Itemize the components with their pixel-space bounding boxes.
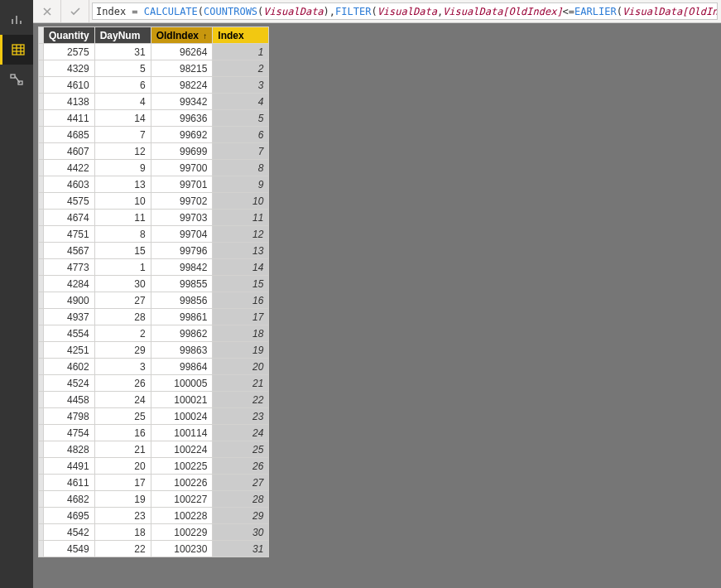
table-row[interactable]: 460313997019 [39,176,269,193]
cell-quantity[interactable]: 4251 [44,342,95,359]
cell-oldindex[interactable]: 99861 [151,309,213,325]
cell-daynum[interactable]: 6 [94,77,151,94]
cell-quantity[interactable]: 4798 [44,408,95,425]
cell-quantity[interactable]: 4603 [44,176,95,193]
cell-daynum[interactable]: 5 [94,60,151,77]
cell-quantity[interactable]: 4549 [44,541,95,557]
cell-index[interactable]: 16 [213,292,269,309]
cell-quantity[interactable]: 4458 [44,392,95,408]
cell-oldindex[interactable]: 99699 [151,143,213,160]
cell-oldindex[interactable]: 99692 [151,127,213,143]
cell-quantity[interactable]: 4685 [44,127,95,143]
cell-quantity[interactable]: 4491 [44,458,95,475]
cell-oldindex[interactable]: 100230 [151,541,213,557]
cell-oldindex[interactable]: 100024 [151,408,213,425]
cell-daynum[interactable]: 23 [94,508,151,524]
cell-oldindex[interactable]: 99702 [151,193,213,210]
cell-index[interactable]: 15 [213,276,269,292]
cell-quantity[interactable]: 4575 [44,193,95,210]
cell-daynum[interactable]: 21 [94,441,151,458]
cell-index[interactable]: 9 [213,176,269,193]
column-header-quantity[interactable]: Quantity [44,27,95,44]
cell-quantity[interactable]: 4422 [44,160,95,176]
cell-oldindex[interactable]: 99863 [151,342,213,359]
cell-daynum[interactable]: 8 [94,226,151,243]
cell-index[interactable]: 29 [213,508,269,524]
cell-oldindex[interactable]: 98224 [151,77,213,94]
table-row[interactable]: 46952310022829 [39,508,269,524]
cell-daynum[interactable]: 26 [94,375,151,392]
cell-oldindex[interactable]: 99704 [151,226,213,243]
table-row[interactable]: 45492210023031 [39,541,269,557]
commit-formula-button[interactable] [61,0,89,22]
cell-index[interactable]: 10 [213,193,269,210]
cell-index[interactable]: 24 [213,425,269,441]
table-row[interactable]: 460239986420 [39,359,269,375]
cell-index[interactable]: 3 [213,77,269,94]
cell-daynum[interactable]: 29 [94,342,151,359]
table-row[interactable]: 4567159979613 [39,243,269,259]
cell-index[interactable]: 23 [213,408,269,425]
cell-daynum[interactable]: 30 [94,276,151,292]
cell-quantity[interactable]: 4284 [44,276,95,292]
cell-daynum[interactable]: 27 [94,292,151,309]
cell-index[interactable]: 6 [213,127,269,143]
table-row[interactable]: 455429986218 [39,325,269,342]
table-row[interactable]: 45242610000521 [39,375,269,392]
cell-index[interactable]: 20 [213,359,269,375]
table-row[interactable]: 46106982243 [39,77,269,94]
table-row[interactable]: 4674119970311 [39,210,269,226]
cell-index[interactable]: 30 [213,524,269,541]
table-row[interactable]: 44912010022526 [39,458,269,475]
cell-oldindex[interactable]: 99342 [151,94,213,110]
cell-index[interactable]: 4 [213,94,269,110]
cell-index[interactable]: 12 [213,226,269,243]
table-row[interactable]: 477319984214 [39,259,269,276]
table-row[interactable]: 441114996365 [39,110,269,127]
table-row[interactable]: 4251299986319 [39,342,269,359]
cell-daynum[interactable]: 9 [94,160,151,176]
cell-oldindex[interactable]: 99636 [151,110,213,127]
cell-oldindex[interactable]: 100229 [151,524,213,541]
cell-daynum[interactable]: 10 [94,193,151,210]
cell-index[interactable]: 14 [213,259,269,276]
cell-daynum[interactable]: 7 [94,127,151,143]
cell-quantity[interactable]: 4524 [44,375,95,392]
table-row[interactable]: 4284309985515 [39,276,269,292]
cell-oldindex[interactable]: 100225 [151,458,213,475]
cell-oldindex[interactable]: 96264 [151,44,213,60]
column-header-oldindex[interactable]: OldIndex ↑ [151,27,213,44]
cell-index[interactable]: 17 [213,309,269,325]
cell-daynum[interactable]: 18 [94,524,151,541]
cell-oldindex[interactable]: 100224 [151,441,213,458]
cell-index[interactable]: 11 [213,210,269,226]
cell-quantity[interactable]: 4754 [44,425,95,441]
cell-index[interactable]: 31 [213,541,269,557]
cell-daynum[interactable]: 13 [94,176,151,193]
cell-index[interactable]: 2 [213,60,269,77]
cell-daynum[interactable]: 19 [94,491,151,508]
cell-index[interactable]: 1 [213,44,269,60]
cell-quantity[interactable]: 4411 [44,110,95,127]
cell-quantity[interactable]: 4329 [44,60,95,77]
cell-quantity[interactable]: 4674 [44,210,95,226]
cell-daynum[interactable]: 16 [94,425,151,441]
cell-index[interactable]: 13 [213,243,269,259]
cell-quantity[interactable]: 4610 [44,77,95,94]
cell-quantity[interactable]: 4554 [44,325,95,342]
table-row[interactable]: 44229997008 [39,160,269,176]
cell-index[interactable]: 19 [213,342,269,359]
cell-quantity[interactable]: 4611 [44,475,95,491]
cell-daynum[interactable]: 17 [94,475,151,491]
formula-input[interactable]: Index = CALCULATE(COUNTROWS(VisualData),… [92,2,718,20]
table-row[interactable]: 46111710022627 [39,475,269,491]
table-row[interactable]: 4937289986117 [39,309,269,325]
cell-daynum[interactable]: 4 [94,94,151,110]
table-row[interactable]: 43295982152 [39,60,269,77]
cell-index[interactable]: 27 [213,475,269,491]
cell-index[interactable]: 8 [213,160,269,176]
data-view-button[interactable] [0,35,33,65]
cell-oldindex[interactable]: 99855 [151,276,213,292]
model-view-button[interactable] [0,65,33,94]
cell-oldindex[interactable]: 99856 [151,292,213,309]
